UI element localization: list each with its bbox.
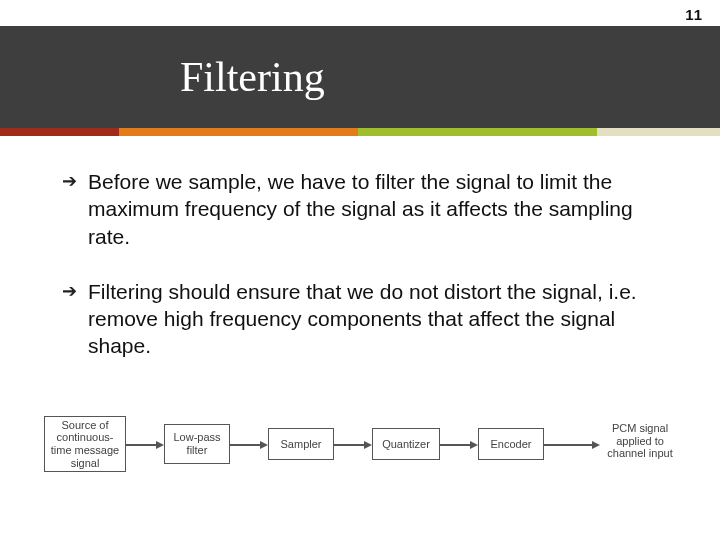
arrow-head-icon: [364, 441, 372, 449]
arrow-head-icon: [592, 441, 600, 449]
diagram-output-label: PCM signal applied to channel input: [600, 422, 680, 460]
diagram-box-source: Source of continuous-time message signal: [44, 416, 126, 472]
arrow-icon: ➔: [62, 168, 88, 193]
slide-title: Filtering: [180, 53, 325, 101]
bullet-text: Filtering should ensure that we do not d…: [88, 278, 662, 360]
arrow-head-icon: [470, 441, 478, 449]
bullet-text: Before we sample, we have to filter the …: [88, 168, 662, 250]
list-item: ➔ Filtering should ensure that we do not…: [62, 278, 662, 360]
accent-bar: [0, 128, 720, 136]
arrow-icon: ➔: [62, 278, 88, 303]
diagram-box-encoder: Encoder: [478, 428, 544, 460]
accent-tan: [597, 128, 720, 136]
accent-green: [358, 128, 597, 136]
title-band: Filtering: [0, 26, 720, 128]
diagram-box-sampler: Sampler: [268, 428, 334, 460]
bullet-list: ➔ Before we sample, we have to filter th…: [62, 168, 662, 388]
diagram-arrow: [544, 444, 594, 446]
arrow-head-icon: [156, 441, 164, 449]
page-number: 11: [685, 6, 702, 23]
accent-orange: [119, 128, 358, 136]
list-item: ➔ Before we sample, we have to filter th…: [62, 168, 662, 250]
accent-red: [0, 128, 119, 136]
diagram-arrow: [230, 444, 262, 446]
diagram-arrow: [126, 444, 158, 446]
arrow-head-icon: [260, 441, 268, 449]
diagram-box-quantizer: Quantizer: [372, 428, 440, 460]
diagram-box-lpf: Low-pass filter: [164, 424, 230, 464]
diagram-arrow: [334, 444, 366, 446]
block-diagram: Source of continuous-time message signal…: [44, 402, 680, 488]
diagram-arrow: [440, 444, 472, 446]
